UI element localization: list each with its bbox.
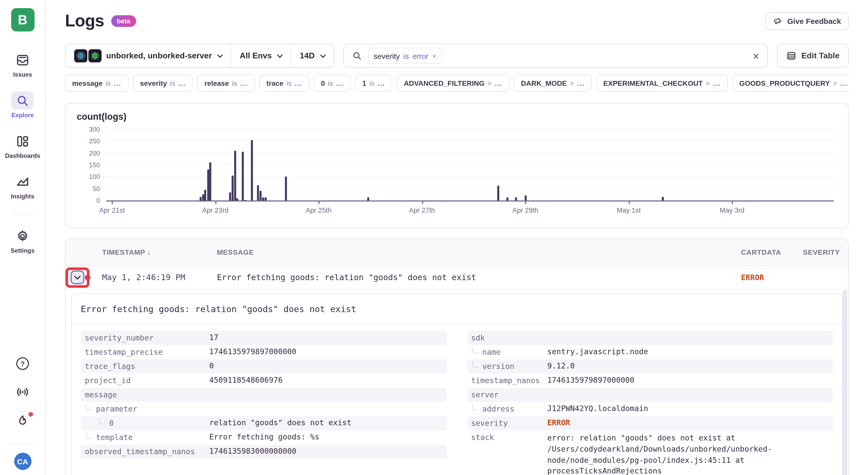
search-clear-icon[interactable]: × (753, 50, 759, 61)
attribute-chips-row: messageis...severityis...releaseis...tra… (65, 75, 849, 92)
sidebar-item-label: Dashboards (5, 152, 40, 159)
filter-chip[interactable]: EXPERIMENTAL_CHECKOUT>... (596, 75, 727, 92)
column-header-cartdata[interactable]: CARTDATA (741, 248, 803, 256)
chart-bar (259, 191, 261, 200)
search-token[interactable]: severity is error × (368, 48, 442, 64)
gridline (106, 188, 834, 189)
beta-badge: beta (111, 15, 136, 27)
detail-right-column: sdknamesentry.javascript.nodeversion9.12… (467, 331, 833, 475)
org-logo[interactable]: B (11, 8, 34, 31)
whats-new-button[interactable] (16, 414, 29, 428)
chip-ellipsis: ... (240, 79, 248, 87)
filter-chip[interactable]: 1is... (355, 75, 392, 92)
sidebar-item-settings[interactable]: Settings (11, 227, 35, 254)
tree-connector (472, 361, 478, 367)
filter-chip[interactable]: ADVANCED_FILTERING>... (397, 75, 509, 92)
chip-key: GOODS_PRODUCTQUERY (739, 79, 830, 87)
kv-value: J12PWN42YQ.localdomain (547, 403, 648, 415)
kv-value: 1746135983000000000 (209, 446, 297, 457)
project-selector[interactable]: unborked, unborked-server (65, 44, 230, 67)
give-feedback-label: Give Feedback (787, 16, 841, 25)
expand-row-button[interactable] (71, 270, 84, 284)
filter-chip[interactable]: GOODS_PRODUCTQUERY>... (732, 75, 849, 92)
detail-kv-row: severity_number17 (81, 331, 447, 345)
y-axis-tick-label: 50 (77, 185, 100, 192)
x-axis-tick-label: Apr 21st (99, 207, 125, 214)
kv-value: 0 (209, 361, 214, 372)
log-detail-panel: Error fetching goods: relation "goods" d… (71, 293, 843, 475)
detail-kv-row: namesentry.javascript.node (467, 345, 833, 359)
kv-key: name (471, 348, 547, 357)
filter-chip[interactable]: releaseis... (197, 75, 255, 92)
detail-kv-row: severityERROR (467, 416, 833, 430)
give-feedback-button[interactable]: Give Feedback (766, 12, 849, 30)
token-value: error (412, 52, 428, 60)
log-table-row[interactable]: May 1, 2:46:19 PM Error fetching goods: … (65, 266, 848, 289)
detail-kv-row: 0relation "goods" does not exist (81, 416, 447, 430)
help-button[interactable]: ? (16, 357, 29, 370)
gridline (106, 141, 834, 141)
chip-key: trace (267, 79, 283, 87)
chip-key: DARK_MODE (521, 79, 567, 87)
chip-key: release (205, 79, 229, 87)
detail-kv-row: version9.12.0 (467, 359, 833, 374)
x-axis-tick (422, 200, 423, 204)
tree-connector (472, 403, 478, 410)
kv-value: Error fetching goods: %s (209, 432, 319, 443)
column-header-timestamp[interactable]: TIMESTAMP ↓ (102, 248, 217, 256)
kv-key: template (85, 433, 209, 442)
sidebar-divider (11, 214, 34, 215)
logs-table-card: TIMESTAMP ↓ MESSAGE CARTDATA SEVERITY Ma… (65, 239, 849, 475)
logs-chart-card: count(logs) 050100150200250300Apr 21stAp… (65, 103, 849, 228)
filter-chip[interactable]: DARK_MODE>... (514, 75, 592, 92)
search-icon (11, 91, 34, 110)
node-project-icon (88, 49, 101, 62)
fire-icon (16, 414, 29, 428)
environment-selector[interactable]: All Envs (230, 44, 290, 67)
filter-chip[interactable]: traceis... (259, 75, 309, 92)
chip-ellipsis: ... (840, 79, 847, 87)
kv-value: 9.12.0 (547, 361, 575, 372)
token-remove-icon[interactable]: × (432, 52, 437, 60)
column-header-severity[interactable]: SEVERITY (803, 248, 848, 256)
filter-chip[interactable]: 0is... (314, 75, 351, 92)
sidebar: B Issues Explore (0, 0, 46, 475)
chip-ellipsis: ... (713, 79, 720, 87)
sidebar-item-label: Explore (11, 112, 34, 119)
chart-bar (229, 192, 231, 200)
detail-kv-row: timestamp_nanos1746135979897000000 (467, 374, 833, 388)
sidebar-item-insights[interactable]: Insights (11, 173, 34, 200)
sidebar-item-explore[interactable]: Explore (11, 91, 34, 119)
column-header-message[interactable]: MESSAGE (217, 248, 741, 256)
sidebar-item-issues[interactable]: Issues (11, 51, 34, 78)
kv-value: sentry.javascript.node (547, 347, 648, 358)
detail-kv-row: sdk (467, 331, 833, 345)
broadcast-button[interactable] (16, 385, 29, 399)
edit-table-button[interactable]: Edit Table (777, 44, 849, 68)
chip-operator: is (286, 79, 291, 87)
user-avatar[interactable]: CA (14, 453, 31, 470)
vertical-scrollbar[interactable] (843, 290, 847, 475)
x-axis-tick (629, 200, 630, 204)
table-header-row: TIMESTAMP ↓ MESSAGE CARTDATA SEVERITY (65, 239, 848, 266)
x-axis-tick-label: Apr 25th (306, 207, 332, 214)
kv-value: ERROR (547, 418, 570, 429)
kv-key: address (471, 404, 547, 414)
gridline (106, 164, 834, 165)
filter-chip[interactable]: messageis... (65, 75, 128, 92)
search-input[interactable]: severity is error × × (343, 44, 768, 68)
project-selector-label: unborked, unborked-server (106, 51, 212, 60)
sidebar-item-dashboards[interactable]: Dashboards (5, 132, 40, 159)
chevron-down-icon (217, 52, 223, 58)
filter-chip[interactable]: severityis... (133, 75, 192, 92)
chart-bar (525, 195, 527, 200)
chart-bar (262, 198, 264, 200)
chip-ellipsis: ... (378, 79, 385, 87)
kv-key: message (85, 390, 209, 399)
y-axis-tick-label: 0 (77, 197, 100, 204)
help-icon: ? (16, 357, 29, 370)
kv-key: observed_timestamp_nanos (85, 447, 209, 456)
date-range-selector[interactable]: 14D (290, 44, 334, 67)
sort-arrow-icon: ↓ (147, 248, 151, 256)
bar-chart-plot: 050100150200250300Apr 21stApr 23rdApr 25… (106, 129, 834, 201)
